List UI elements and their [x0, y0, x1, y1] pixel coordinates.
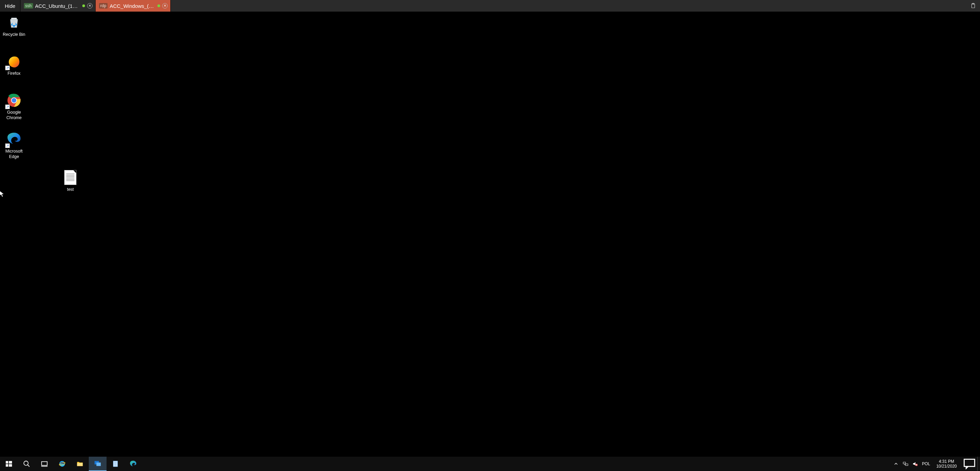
chrome-icon: ↗	[6, 92, 22, 109]
tray-volume-muted-icon[interactable]	[912, 461, 918, 466]
svg-line-11	[28, 465, 30, 467]
tray-time: 4:31 PM	[936, 459, 957, 464]
edge-icon	[129, 460, 137, 468]
taskbar: POL 4:31 PM 10/21/2020	[0, 457, 980, 471]
taskbar-app-internet-explorer[interactable]	[53, 457, 71, 471]
search-button[interactable]	[18, 457, 35, 471]
svg-rect-30	[964, 459, 975, 466]
svg-rect-12	[42, 462, 48, 466]
desktop-icon-test[interactable]: test	[56, 169, 84, 192]
desktop-icon-recycle-bin[interactable]: Recycle Bin	[0, 14, 28, 38]
taskbar-app-notepad[interactable]	[107, 457, 124, 471]
connection-tab-ssh[interactable]: ssh ACC_Ubuntu_(10.0… ✕	[21, 0, 95, 12]
clipboard-button[interactable]	[966, 0, 980, 12]
remote-client-tab-bar: Hide ssh ACC_Ubuntu_(10.0… ✕ rdp ACC_Win…	[0, 0, 980, 12]
notepad-icon	[112, 460, 119, 468]
shortcut-arrow-icon: ↗	[5, 143, 10, 148]
start-button[interactable]	[0, 457, 18, 471]
folder-icon	[76, 460, 84, 468]
system-tray: POL 4:31 PM 10/21/2020	[891, 457, 962, 471]
status-dot-icon	[82, 5, 85, 7]
desktop-icon-google-chrome[interactable]: ↗ Google Chrome	[0, 92, 28, 121]
action-center-button[interactable]	[962, 457, 977, 471]
tray-clock[interactable]: 4:31 PM 10/21/2020	[934, 459, 959, 469]
icon-label: Recycle Bin	[0, 32, 28, 38]
connection-tab-rdp[interactable]: rdp ACC_Windows_(10… ✕	[95, 0, 171, 12]
task-view-button[interactable]	[35, 457, 53, 471]
status-dot-icon	[158, 5, 160, 7]
ie-icon	[58, 460, 66, 468]
desktop[interactable]: Recycle Bin ↗ Firefox	[0, 12, 980, 457]
icon-label: Firefox	[0, 71, 28, 76]
taskbar-app-edge[interactable]	[124, 457, 142, 471]
tab-bar-spacer	[171, 0, 966, 12]
icon-label: Microsoft Edge	[0, 149, 28, 159]
tab-title: ACC_Ubuntu_(10.0…	[35, 3, 80, 9]
svg-point-5	[12, 98, 16, 102]
rdp-icon	[94, 460, 102, 467]
protocol-badge: ssh	[24, 3, 33, 8]
recycle-bin-icon	[6, 14, 22, 31]
notification-icon	[962, 456, 977, 471]
svg-rect-18	[96, 463, 101, 466]
tray-chevron-up-icon[interactable]	[893, 461, 899, 466]
firefox-icon: ↗	[6, 53, 22, 70]
text-file-icon	[62, 169, 78, 186]
magnifier-icon	[23, 460, 30, 468]
windows-logo-icon	[5, 460, 13, 468]
svg-rect-16	[77, 463, 83, 466]
hide-label: Hide	[5, 3, 15, 9]
svg-rect-7	[9, 461, 12, 463]
svg-rect-23	[903, 462, 905, 464]
taskbar-app-rdp-client[interactable]	[89, 457, 107, 471]
tab-title: ACC_Windows_(10…	[110, 3, 155, 9]
tray-network-icon[interactable]	[903, 461, 908, 466]
svg-point-10	[24, 461, 28, 466]
clipboard-icon	[970, 2, 976, 9]
desktop-icon-firefox[interactable]: ↗ Firefox	[0, 53, 28, 76]
edge-icon: ↗	[6, 131, 22, 147]
shortcut-arrow-icon: ↗	[5, 65, 10, 70]
icon-label: test	[56, 187, 84, 192]
tray-date: 10/21/2020	[936, 464, 957, 469]
taskbar-app-file-explorer[interactable]	[71, 457, 89, 471]
svg-rect-9	[9, 464, 12, 466]
show-desktop-button[interactable]	[977, 457, 980, 471]
desktop-icon-microsoft-edge[interactable]: ↗ Microsoft Edge	[0, 131, 28, 159]
close-icon[interactable]: ✕	[162, 3, 168, 8]
hide-button[interactable]: Hide	[0, 0, 21, 12]
svg-rect-6	[6, 461, 8, 463]
task-view-icon	[41, 460, 48, 468]
shortcut-arrow-icon: ↗	[5, 105, 10, 109]
close-icon[interactable]: ✕	[87, 3, 92, 8]
svg-rect-24	[905, 464, 908, 466]
protocol-badge: rdp	[99, 3, 108, 8]
icon-label: Google Chrome	[0, 110, 28, 121]
svg-rect-8	[6, 464, 8, 466]
tray-language[interactable]: POL	[922, 461, 930, 466]
taskbar-spacer	[142, 457, 891, 471]
mouse-cursor-icon	[0, 190, 4, 197]
